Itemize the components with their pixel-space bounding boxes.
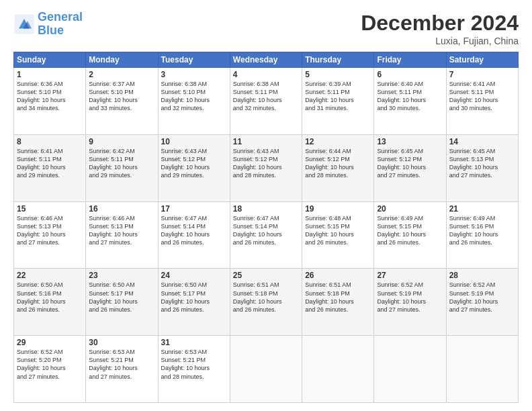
calendar-cell xyxy=(374,336,446,403)
calendar-header-monday: Monday xyxy=(86,52,158,68)
day-number: 31 xyxy=(161,338,227,347)
calendar-cell xyxy=(446,336,518,403)
page: General Blue December 2024 Luxia, Fujian… xyxy=(0,0,532,411)
cell-info: Sunrise: 6:38 AMSunset: 5:11 PMDaylight:… xyxy=(233,80,299,113)
day-number: 1 xyxy=(17,70,83,79)
calendar-cell: 17Sunrise: 6:47 AMSunset: 5:14 PMDayligh… xyxy=(158,201,230,269)
day-number: 28 xyxy=(449,271,515,280)
cell-info: Sunrise: 6:37 AMSunset: 5:10 PMDaylight:… xyxy=(89,80,154,113)
logo-icon xyxy=(13,13,35,35)
calendar-cell: 7Sunrise: 6:41 AMSunset: 5:11 PMDaylight… xyxy=(446,68,518,135)
day-number: 29 xyxy=(17,338,83,347)
calendar-cell: 25Sunrise: 6:51 AMSunset: 5:18 PMDayligh… xyxy=(230,269,302,336)
subtitle: Luxia, Fujian, China xyxy=(361,36,519,46)
cell-info: Sunrise: 6:48 AMSunset: 5:15 PMDaylight:… xyxy=(305,214,371,247)
day-number: 4 xyxy=(233,70,299,79)
cell-info: Sunrise: 6:41 AMSunset: 5:11 PMDaylight:… xyxy=(17,147,83,180)
cell-info: Sunrise: 6:46 AMSunset: 5:13 PMDaylight:… xyxy=(17,214,83,247)
cell-info: Sunrise: 6:51 AMSunset: 5:18 PMDaylight:… xyxy=(305,281,371,314)
day-number: 9 xyxy=(89,137,154,146)
calendar-cell: 10Sunrise: 6:43 AMSunset: 5:12 PMDayligh… xyxy=(158,134,230,201)
cell-info: Sunrise: 6:53 AMSunset: 5:21 PMDaylight:… xyxy=(161,348,227,381)
logo: General Blue xyxy=(13,11,83,38)
calendar-header-friday: Friday xyxy=(374,52,446,68)
calendar-cell: 23Sunrise: 6:50 AMSunset: 5:17 PMDayligh… xyxy=(86,269,158,336)
calendar-cell: 11Sunrise: 6:43 AMSunset: 5:12 PMDayligh… xyxy=(230,134,302,201)
cell-info: Sunrise: 6:46 AMSunset: 5:13 PMDaylight:… xyxy=(89,214,154,247)
calendar-cell: 14Sunrise: 6:45 AMSunset: 5:13 PMDayligh… xyxy=(446,134,518,201)
day-number: 11 xyxy=(233,137,299,146)
calendar-cell: 15Sunrise: 6:46 AMSunset: 5:13 PMDayligh… xyxy=(14,201,86,269)
calendar-cell: 3Sunrise: 6:38 AMSunset: 5:10 PMDaylight… xyxy=(158,68,230,135)
day-number: 6 xyxy=(377,70,443,79)
cell-info: Sunrise: 6:36 AMSunset: 5:10 PMDaylight:… xyxy=(17,80,83,113)
logo-line2: Blue xyxy=(38,24,83,38)
day-number: 20 xyxy=(377,204,443,214)
calendar-cell: 27Sunrise: 6:52 AMSunset: 5:19 PMDayligh… xyxy=(374,269,446,336)
cell-info: Sunrise: 6:50 AMSunset: 5:16 PMDaylight:… xyxy=(17,281,83,314)
day-number: 5 xyxy=(305,70,371,79)
calendar-cell: 16Sunrise: 6:46 AMSunset: 5:13 PMDayligh… xyxy=(86,201,158,269)
calendar-cell: 31Sunrise: 6:53 AMSunset: 5:21 PMDayligh… xyxy=(158,336,230,403)
cell-info: Sunrise: 6:47 AMSunset: 5:14 PMDaylight:… xyxy=(233,214,299,247)
cell-info: Sunrise: 6:43 AMSunset: 5:12 PMDaylight:… xyxy=(161,147,227,180)
calendar-cell: 19Sunrise: 6:48 AMSunset: 5:15 PMDayligh… xyxy=(302,201,374,269)
day-number: 30 xyxy=(89,338,154,347)
day-number: 19 xyxy=(305,204,371,214)
calendar-cell: 13Sunrise: 6:45 AMSunset: 5:12 PMDayligh… xyxy=(374,134,446,201)
calendar-cell: 29Sunrise: 6:52 AMSunset: 5:20 PMDayligh… xyxy=(14,336,86,403)
cell-info: Sunrise: 6:50 AMSunset: 5:17 PMDaylight:… xyxy=(161,281,227,314)
logo-text: General Blue xyxy=(38,11,83,38)
day-number: 27 xyxy=(377,271,443,280)
day-number: 12 xyxy=(305,137,371,146)
day-number: 22 xyxy=(17,271,83,280)
calendar-header-thursday: Thursday xyxy=(302,52,374,68)
calendar-cell: 12Sunrise: 6:44 AMSunset: 5:12 PMDayligh… xyxy=(302,134,374,201)
day-number: 23 xyxy=(89,271,154,280)
calendar-cell: 4Sunrise: 6:38 AMSunset: 5:11 PMDaylight… xyxy=(230,68,302,135)
day-number: 21 xyxy=(449,204,515,214)
calendar-cell: 22Sunrise: 6:50 AMSunset: 5:16 PMDayligh… xyxy=(14,269,86,336)
header: General Blue December 2024 Luxia, Fujian… xyxy=(13,11,519,46)
calendar-cell: 5Sunrise: 6:39 AMSunset: 5:11 PMDaylight… xyxy=(302,68,374,135)
cell-info: Sunrise: 6:45 AMSunset: 5:13 PMDaylight:… xyxy=(449,147,515,180)
cell-info: Sunrise: 6:49 AMSunset: 5:16 PMDaylight:… xyxy=(449,214,515,247)
calendar-table: SundayMondayTuesdayWednesdayThursdayFrid… xyxy=(13,52,519,403)
day-number: 15 xyxy=(17,204,83,214)
calendar-cell: 21Sunrise: 6:49 AMSunset: 5:16 PMDayligh… xyxy=(446,201,518,269)
day-number: 17 xyxy=(161,204,227,214)
calendar-cell: 8Sunrise: 6:41 AMSunset: 5:11 PMDaylight… xyxy=(14,134,86,201)
calendar-cell: 20Sunrise: 6:49 AMSunset: 5:15 PMDayligh… xyxy=(374,201,446,269)
cell-info: Sunrise: 6:38 AMSunset: 5:10 PMDaylight:… xyxy=(161,80,227,113)
cell-info: Sunrise: 6:52 AMSunset: 5:19 PMDaylight:… xyxy=(377,281,443,314)
day-number: 8 xyxy=(17,137,83,146)
calendar-cell: 1Sunrise: 6:36 AMSunset: 5:10 PMDaylight… xyxy=(14,68,86,135)
cell-info: Sunrise: 6:43 AMSunset: 5:12 PMDaylight:… xyxy=(233,147,299,180)
cell-info: Sunrise: 6:53 AMSunset: 5:21 PMDaylight:… xyxy=(89,348,154,381)
day-number: 25 xyxy=(233,271,299,280)
cell-info: Sunrise: 6:52 AMSunset: 5:20 PMDaylight:… xyxy=(17,348,83,381)
cell-info: Sunrise: 6:40 AMSunset: 5:11 PMDaylight:… xyxy=(377,80,443,113)
calendar-cell xyxy=(302,336,374,403)
logo-line1: General xyxy=(38,10,83,24)
month-title: December 2024 xyxy=(361,11,519,36)
title-block: December 2024 Luxia, Fujian, China xyxy=(361,11,519,46)
calendar-cell: 9Sunrise: 6:42 AMSunset: 5:11 PMDaylight… xyxy=(86,134,158,201)
cell-info: Sunrise: 6:47 AMSunset: 5:14 PMDaylight:… xyxy=(161,214,227,247)
cell-info: Sunrise: 6:44 AMSunset: 5:12 PMDaylight:… xyxy=(305,147,371,180)
day-number: 24 xyxy=(161,271,227,280)
day-number: 26 xyxy=(305,271,371,280)
calendar-header-wednesday: Wednesday xyxy=(230,52,302,68)
calendar-week-1: 1Sunrise: 6:36 AMSunset: 5:10 PMDaylight… xyxy=(14,68,519,135)
cell-info: Sunrise: 6:49 AMSunset: 5:15 PMDaylight:… xyxy=(377,214,443,247)
cell-info: Sunrise: 6:50 AMSunset: 5:17 PMDaylight:… xyxy=(89,281,154,314)
calendar-header-saturday: Saturday xyxy=(446,52,518,68)
calendar-cell: 6Sunrise: 6:40 AMSunset: 5:11 PMDaylight… xyxy=(374,68,446,135)
cell-info: Sunrise: 6:52 AMSunset: 5:19 PMDaylight:… xyxy=(449,281,515,314)
day-number: 16 xyxy=(89,204,154,214)
calendar-header-sunday: Sunday xyxy=(14,52,86,68)
calendar-week-3: 15Sunrise: 6:46 AMSunset: 5:13 PMDayligh… xyxy=(14,201,519,269)
calendar-cell: 24Sunrise: 6:50 AMSunset: 5:17 PMDayligh… xyxy=(158,269,230,336)
calendar-week-4: 22Sunrise: 6:50 AMSunset: 5:16 PMDayligh… xyxy=(14,269,519,336)
calendar-cell: 18Sunrise: 6:47 AMSunset: 5:14 PMDayligh… xyxy=(230,201,302,269)
